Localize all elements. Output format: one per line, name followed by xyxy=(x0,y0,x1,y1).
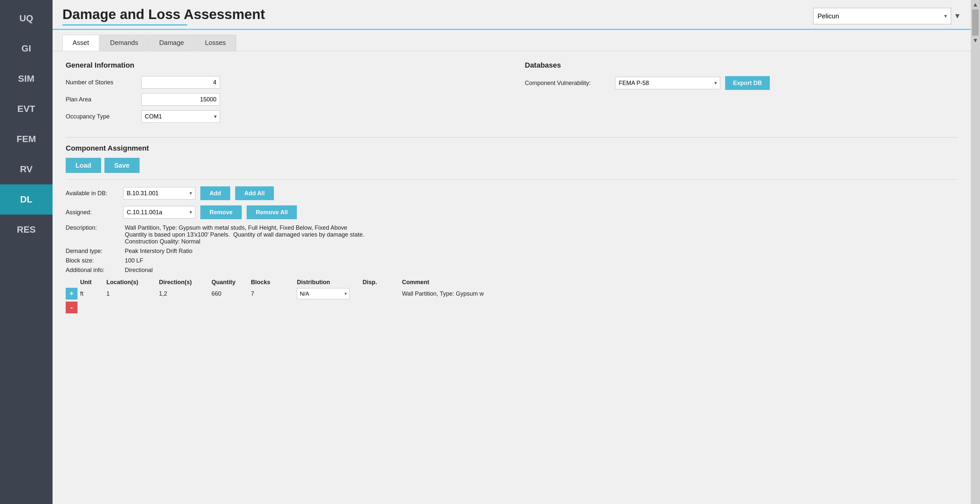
demand-type-label: Demand type: xyxy=(66,248,125,255)
sidebar-item-dl[interactable]: DL xyxy=(0,184,52,215)
tab-losses[interactable]: Losses xyxy=(195,35,236,51)
databases-title: Databases xyxy=(525,61,958,70)
sidebar-item-evt[interactable]: EVT xyxy=(0,94,52,124)
available-db-row: Available in DB: B.10.31.001 ▼ Add Add A… xyxy=(66,186,958,200)
assigned-select[interactable]: C.10.11.001a xyxy=(123,206,196,219)
table-header-unit: Unit xyxy=(80,279,107,286)
row-location: 1 xyxy=(107,290,159,297)
table-remove-row: - xyxy=(66,301,958,313)
table-header-comment: Comment xyxy=(402,279,958,286)
assigned-label: Assigned: xyxy=(66,209,118,216)
scroll-down-icon[interactable]: ▼ xyxy=(972,37,978,44)
table-header-quantity: Quantity xyxy=(212,279,251,286)
table-header-locations: Location(s) xyxy=(107,279,159,286)
sidebar-item-sim[interactable]: SIM xyxy=(0,63,52,94)
scroll-up-icon[interactable]: ▲ xyxy=(972,1,978,8)
description-value: Wall Partition, Type: Gypsum with metal … xyxy=(125,224,364,245)
two-column-layout: General Information Number of Stories Pl… xyxy=(66,61,958,127)
available-select-wrapper: B.10.31.001 ▼ xyxy=(123,187,196,200)
distribution-select[interactable]: N/A lognormal normal xyxy=(297,288,350,299)
row-directions: 1,2 xyxy=(159,290,212,297)
general-info-section: General Information Number of Stories Pl… xyxy=(66,61,498,127)
sidebar: UQ GI SIM EVT FEM RV DL RES xyxy=(0,0,52,504)
save-button[interactable]: Save xyxy=(105,158,140,173)
load-button[interactable]: Load xyxy=(66,158,101,173)
plan-area-input[interactable] xyxy=(141,93,220,106)
content-area: General Information Number of Stories Pl… xyxy=(52,51,971,504)
table-header: Unit Location(s) Direction(s) Quantity B… xyxy=(66,277,958,288)
table-header-blocks: Blocks xyxy=(251,279,297,286)
sidebar-item-rv[interactable]: RV xyxy=(0,154,52,184)
plan-area-label: Plan Area xyxy=(66,96,141,103)
occupancy-select-wrapper: COM1 COM2 RES1 ▼ xyxy=(141,110,220,123)
remove-all-button[interactable]: Remove All xyxy=(247,205,297,219)
assigned-row: Assigned: C.10.11.001a ▼ Remove Remove A… xyxy=(66,205,958,219)
stories-row: Number of Stories xyxy=(66,76,498,89)
component-vulnerability-select-wrapper: FEMA P-58 Hazus MH ▼ xyxy=(615,77,720,89)
add-row-button[interactable]: + xyxy=(66,288,78,300)
demand-type-row: Demand type: Peak Interstory Drift Ratio xyxy=(66,248,958,255)
row-blocks: 7 xyxy=(251,290,297,297)
general-info-title: General Information xyxy=(66,61,498,70)
description-label: Description: xyxy=(66,224,125,245)
block-size-row: Block size: 100 LF xyxy=(66,257,958,264)
table-add-row: + ft 1 1,2 660 7 N/A lognormal normal ▼ … xyxy=(66,288,958,300)
main-content: Damage and Loss Assessment Pelicun Other… xyxy=(52,0,971,504)
block-size-label: Block size: xyxy=(66,257,125,264)
available-label: Available in DB: xyxy=(66,190,118,197)
tabs-bar: Asset Demands Damage Losses xyxy=(52,30,971,51)
export-db-button[interactable]: Export DB xyxy=(725,76,770,90)
sidebar-item-res[interactable]: RES xyxy=(0,215,52,245)
row-distribution: N/A lognormal normal ▼ xyxy=(297,288,363,299)
row-comment: Wall Partition, Type: Gypsum w xyxy=(402,290,958,297)
remove-button[interactable]: Remove xyxy=(200,205,242,219)
component-assignment-title: Component Assignment xyxy=(66,144,958,152)
remove-row-button[interactable]: - xyxy=(66,301,78,313)
load-save-buttons: Load Save xyxy=(66,158,958,173)
demand-type-value: Peak Interstory Drift Ratio xyxy=(125,248,192,255)
stories-label: Number of Stories xyxy=(66,79,141,86)
table-header-directions: Direction(s) xyxy=(159,279,212,286)
add-all-button[interactable]: Add All xyxy=(235,186,274,200)
divider-1 xyxy=(66,137,958,138)
sidebar-item-fem[interactable]: FEM xyxy=(0,124,52,154)
tab-asset[interactable]: Asset xyxy=(62,35,99,51)
occupancy-select[interactable]: COM1 COM2 RES1 xyxy=(141,110,220,123)
add-button[interactable]: Add xyxy=(200,186,230,200)
sidebar-item-uq[interactable]: UQ xyxy=(0,3,52,33)
scroll-thumb[interactable] xyxy=(972,10,979,36)
stories-input[interactable] xyxy=(141,76,220,89)
additional-info-row: Additional info: Directional xyxy=(66,267,958,274)
block-size-value: 100 LF xyxy=(125,257,143,264)
additional-info-value: Directional xyxy=(125,267,153,274)
row-quantity: 660 xyxy=(212,290,251,297)
table-header-distribution: Distribution xyxy=(297,279,363,286)
assigned-select-wrapper: C.10.11.001a ▼ xyxy=(123,206,196,219)
divider-2 xyxy=(66,179,958,180)
tab-damage[interactable]: Damage xyxy=(149,35,194,51)
row-unit: ft xyxy=(80,290,107,297)
component-vulnerability-row: Component Vulnerability: FEMA P-58 Hazus… xyxy=(525,76,958,90)
tab-demands[interactable]: Demands xyxy=(100,35,148,51)
component-vulnerability-select[interactable]: FEMA P-58 Hazus MH xyxy=(615,77,720,89)
header: Damage and Loss Assessment Pelicun Other… xyxy=(52,0,971,30)
occupancy-row: Occupancy Type COM1 COM2 RES1 ▼ xyxy=(66,110,498,123)
component-vulnerability-label: Component Vulnerability: xyxy=(525,80,610,87)
method-select-wrapper: Pelicun Other xyxy=(813,8,951,24)
header-right: Pelicun Other ▼ xyxy=(813,8,961,24)
plan-area-row: Plan Area xyxy=(66,93,498,106)
description-row: Description: Wall Partition, Type: Gypsu… xyxy=(66,224,958,245)
databases-section: Databases Component Vulnerability: FEMA … xyxy=(525,61,958,127)
scrollbar: ▲ ▼ xyxy=(971,0,980,504)
available-select[interactable]: B.10.31.001 xyxy=(123,187,196,200)
additional-info-label: Additional info: xyxy=(66,267,125,274)
chevron-down-icon: ▼ xyxy=(954,12,961,21)
method-select[interactable]: Pelicun Other xyxy=(813,8,951,24)
sidebar-item-gi[interactable]: GI xyxy=(0,33,52,63)
occupancy-label: Occupancy Type xyxy=(66,113,141,120)
table-header-disp: Disp. xyxy=(363,279,402,286)
page-title: Damage and Loss Assessment xyxy=(62,6,265,22)
